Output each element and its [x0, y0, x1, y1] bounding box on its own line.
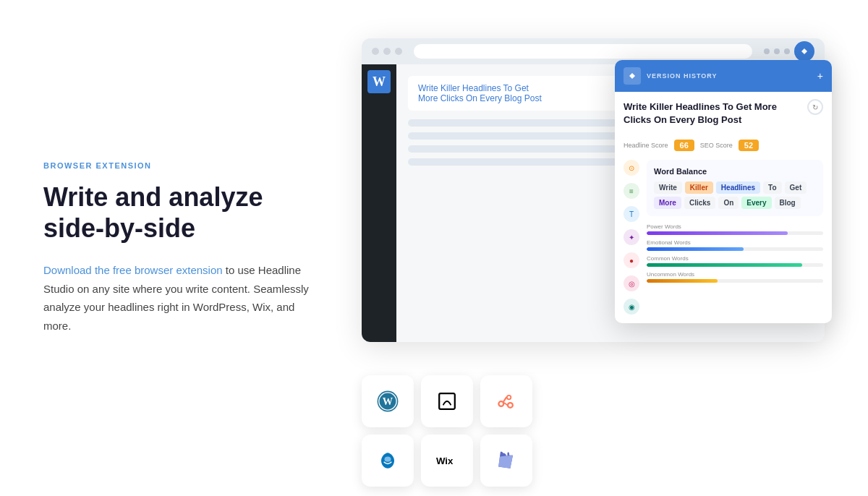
- metric-icon-1: ⊙: [624, 160, 639, 176]
- word-tag-more: More: [654, 197, 681, 209]
- metric-icon-4: ✦: [624, 229, 639, 245]
- svg-point-5: [508, 396, 511, 399]
- left-panel: BROWSER EXTENSION Write and analyze side…: [43, 161, 347, 335]
- bar-common-label: Common Words: [647, 255, 823, 262]
- hs-scores: Headline Score 66 SEO Score 52: [624, 140, 823, 151]
- browser-addressbar[interactable]: [414, 44, 752, 59]
- extension-download-link[interactable]: Download the free browser extension: [43, 264, 223, 276]
- bar-uncommon-fill: [647, 279, 718, 283]
- description: Download the free browser extension to u…: [43, 261, 318, 335]
- word-balance-title: Word Balance: [654, 167, 816, 176]
- svg-point-7: [500, 402, 503, 406]
- cms-icon-wordpress: W: [362, 375, 414, 427]
- cms-icons-grid: W: [362, 375, 532, 487]
- browser-dot-red: [372, 48, 379, 55]
- bar-power-fill: [647, 231, 788, 235]
- bar-metric-uncommon: Uncommon Words: [647, 271, 823, 283]
- word-tag-write: Write: [654, 181, 682, 194]
- wp-sidebar: W: [362, 64, 396, 342]
- hs-panel-title: VERSION HISTORY: [647, 72, 718, 80]
- bar-emotional-track: [647, 247, 823, 251]
- extension-icon[interactable]: [794, 41, 814, 61]
- word-tag-blog: Blog: [775, 197, 801, 209]
- metric-icon-5: ●: [624, 252, 639, 268]
- svg-point-10: [385, 457, 391, 462]
- bar-power-label: Power Words: [647, 223, 823, 230]
- bar-metric-common: Common Words: [647, 255, 823, 267]
- cms-icon-squarespace: [421, 375, 473, 427]
- word-tag-to: To: [763, 181, 781, 194]
- seo-score-label: SEO Score: [700, 142, 733, 149]
- refresh-button[interactable]: ↻: [807, 99, 823, 115]
- browser-dot-green: [395, 48, 402, 55]
- svg-text:Wix: Wix: [436, 456, 454, 466]
- hs-panel-header: VERSION HISTORY +: [615, 60, 832, 92]
- bar-uncommon-label: Uncommon Words: [647, 271, 823, 278]
- bar-common-fill: [647, 263, 802, 267]
- bar-emotional-label: Emotional Words: [647, 239, 823, 246]
- browser-icon-dot-1: [764, 48, 770, 54]
- word-balance-section: Word Balance Write Killer Headlines To G…: [647, 160, 823, 216]
- wp-logo: W: [367, 70, 391, 93]
- bar-uncommon-track: [647, 279, 823, 283]
- cms-icon-shopify: [480, 435, 532, 487]
- word-tag-killer: Killer: [685, 181, 713, 194]
- hs-logo: [624, 67, 641, 85]
- browser-dot-yellow: [383, 48, 391, 55]
- headline-score-value: 66: [674, 140, 694, 151]
- section-label: BROWSER EXTENSION: [43, 161, 318, 170]
- bar-metrics: Power Words Emotional Words: [647, 223, 823, 283]
- page-container: BROWSER EXTENSION Write and analyze side…: [0, 0, 868, 496]
- hs-panel-body: Write Killer Headlines To Get More Click…: [615, 92, 832, 323]
- word-tags: Write Killer Headlines To Get More Click…: [654, 181, 816, 209]
- word-tag-headlines: Headlines: [716, 181, 760, 194]
- metric-icon-6: ◎: [624, 275, 639, 291]
- cms-icon-drupal: [362, 435, 414, 487]
- word-tag-on: On: [718, 197, 739, 209]
- word-tag-get: Get: [785, 181, 807, 194]
- bar-metric-power: Power Words: [647, 223, 823, 235]
- cms-icon-wix: Wix: [421, 435, 473, 487]
- hs-headline: Write Killer Headlines To Get More Click…: [624, 101, 807, 127]
- svg-point-9: [509, 403, 512, 407]
- browser-icon-dot-3: [784, 48, 790, 54]
- svg-point-13: [507, 452, 509, 456]
- seo-score-value: 52: [739, 140, 759, 151]
- hs-panel-plus[interactable]: +: [817, 70, 823, 82]
- metric-icon-7: ◉: [624, 299, 639, 315]
- metric-icons-col: ⊙ ≡ T ✦ ● ◎ ◉: [624, 160, 639, 315]
- right-panel: W Write Killer Headlines To GetMore Clic…: [347, 24, 825, 472]
- bar-emotional-fill: [647, 247, 744, 251]
- browser-icons: [764, 41, 814, 61]
- cms-icon-hubspot: [480, 375, 532, 427]
- metric-icon-3: T: [624, 206, 639, 222]
- headline-score-label: Headline Score: [624, 142, 668, 149]
- word-tag-every: Every: [741, 197, 771, 209]
- svg-text:W: W: [383, 395, 393, 407]
- bar-power-track: [647, 231, 823, 235]
- headline-studio-panel: VERSION HISTORY + Write Killer Headlines…: [615, 60, 832, 323]
- metric-icon-2: ≡: [624, 183, 639, 199]
- word-tag-clicks: Clicks: [684, 197, 715, 209]
- bar-metric-emotional: Emotional Words: [647, 239, 823, 251]
- bar-common-track: [647, 263, 823, 267]
- browser-icon-dot-2: [774, 48, 780, 54]
- main-heading: Write and analyze side-by-side: [43, 181, 318, 244]
